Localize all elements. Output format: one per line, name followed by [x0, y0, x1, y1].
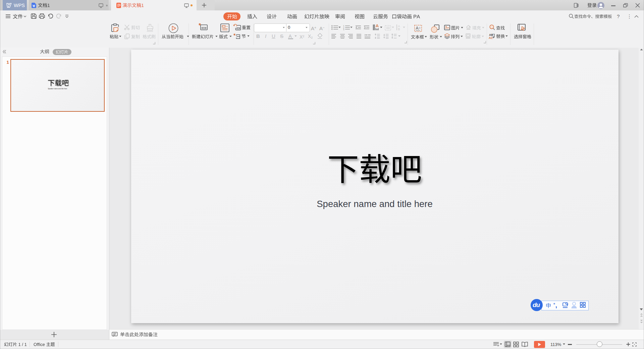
svg-text:B: B [398, 28, 400, 31]
svg-text:AC: AC [489, 36, 493, 40]
svg-text:AB: AB [489, 33, 493, 37]
svg-text:A: A [398, 24, 400, 28]
svg-text:A: A [416, 26, 419, 31]
